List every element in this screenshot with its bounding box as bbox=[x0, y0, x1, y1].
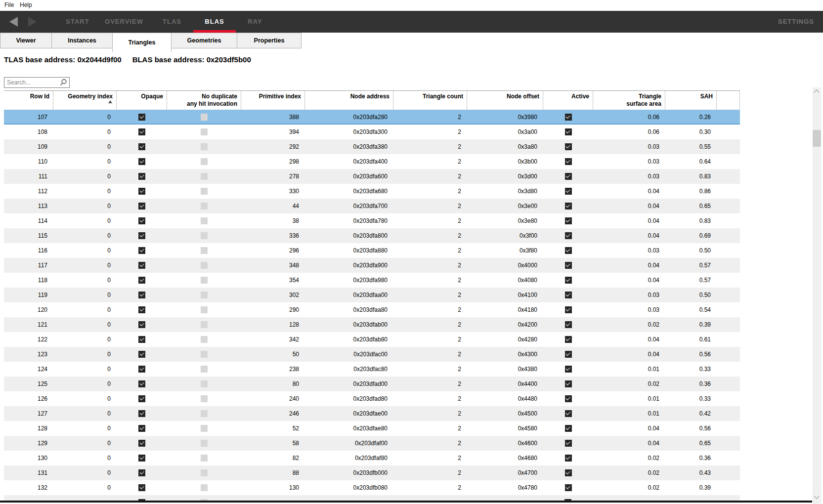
active-checkbox[interactable] bbox=[565, 455, 572, 462]
active-checkbox[interactable] bbox=[565, 128, 572, 135]
table-row[interactable]: 12101280x203dfab0020x42000.020.39 bbox=[4, 317, 740, 332]
tab-geometries[interactable]: Geometries bbox=[171, 33, 237, 48]
tab-instances[interactable]: Instances bbox=[51, 33, 113, 48]
table-row[interactable]: 12702460x203dfae0020x45000.010.42 bbox=[4, 406, 740, 421]
tab-triangles[interactable]: Triangles bbox=[112, 33, 172, 52]
column-header-geometry_index[interactable]: Geometry index bbox=[53, 91, 117, 110]
opaque-checkbox[interactable] bbox=[138, 366, 145, 373]
active-checkbox[interactable] bbox=[565, 351, 572, 358]
no-duplicate-any-hit-invocation-checkbox[interactable] bbox=[201, 321, 208, 328]
table-row[interactable]: 11903020x203dfaa0020x41000.030.50 bbox=[4, 288, 740, 302]
nav-item-ray[interactable]: RAY bbox=[248, 18, 262, 25]
active-checkbox[interactable] bbox=[565, 395, 572, 402]
table-row[interactable]: 10803940x203dfa30020x3a000.060.30 bbox=[4, 125, 740, 139]
no-duplicate-any-hit-invocation-checkbox[interactable] bbox=[201, 203, 208, 210]
no-duplicate-any-hit-invocation-checkbox[interactable] bbox=[201, 217, 208, 224]
opaque-checkbox[interactable] bbox=[138, 321, 145, 328]
nav-item-settings[interactable]: SETTINGS bbox=[778, 18, 814, 25]
scrollbar-thumb[interactable] bbox=[813, 130, 821, 147]
opaque-checkbox[interactable] bbox=[138, 410, 145, 417]
table-row[interactable]: 1300820x203dfaf8020x46800.020.36 bbox=[4, 451, 740, 465]
opaque-checkbox[interactable] bbox=[138, 351, 145, 358]
opaque-checkbox[interactable] bbox=[138, 143, 145, 150]
column-header-row_id[interactable]: Row Id bbox=[4, 91, 53, 110]
table-row[interactable]: 11602960x203dfa88020x3f800.030.50 bbox=[4, 243, 740, 258]
active-checkbox[interactable] bbox=[565, 484, 572, 491]
column-header-no_duplicate_any_hit_invocation[interactable]: No duplicate any hit invocation bbox=[167, 91, 241, 110]
opaque-checkbox[interactable] bbox=[138, 173, 145, 180]
table-row[interactable]: 11503360x203dfa80020x3f000.040.69 bbox=[4, 228, 740, 243]
table-row[interactable]: 1230500x203dfac0020x43000.040.56 bbox=[4, 347, 740, 362]
no-duplicate-any-hit-invocation-checkbox[interactable] bbox=[201, 158, 208, 165]
opaque-checkbox[interactable] bbox=[138, 188, 145, 195]
no-duplicate-any-hit-invocation-checkbox[interactable] bbox=[201, 292, 208, 298]
no-duplicate-any-hit-invocation-checkbox[interactable] bbox=[201, 247, 208, 254]
no-duplicate-any-hit-invocation-checkbox[interactable] bbox=[201, 277, 208, 284]
active-checkbox[interactable] bbox=[565, 262, 572, 269]
opaque-checkbox[interactable] bbox=[138, 336, 145, 343]
column-header-node_address[interactable]: Node address bbox=[305, 91, 393, 110]
table-row[interactable]: 11002980x203dfa40020x3b000.030.64 bbox=[4, 154, 740, 169]
active-checkbox[interactable] bbox=[565, 366, 572, 373]
opaque-checkbox[interactable] bbox=[138, 292, 145, 298]
opaque-checkbox[interactable] bbox=[138, 128, 145, 135]
no-duplicate-any-hit-invocation-checkbox[interactable] bbox=[201, 143, 208, 150]
table-row[interactable]: 1280520x203dfae8020x45800.040.56 bbox=[4, 421, 740, 436]
opaque-checkbox[interactable] bbox=[138, 380, 145, 387]
column-header-opaque[interactable]: Opaque bbox=[117, 91, 167, 110]
table-row[interactable]: 12602400x203dfad8020x44800.010.33 bbox=[4, 391, 740, 406]
active-checkbox[interactable] bbox=[565, 410, 572, 417]
table-row[interactable]: 11203300x203dfa68020x3d800.040.86 bbox=[4, 184, 740, 199]
table-row[interactable]: 13201300x203dfb08020x47800.020.39 bbox=[4, 480, 740, 495]
no-duplicate-any-hit-invocation-checkbox[interactable] bbox=[201, 410, 208, 417]
opaque-checkbox[interactable] bbox=[138, 232, 145, 239]
opaque-checkbox[interactable] bbox=[138, 425, 145, 432]
tab-viewer[interactable]: Viewer bbox=[0, 33, 52, 48]
no-duplicate-any-hit-invocation-checkbox[interactable] bbox=[201, 455, 208, 462]
table-row[interactable]: 11803540x203dfa98020x40800.040.57 bbox=[4, 273, 740, 288]
column-header-triangle_count[interactable]: Triangle count bbox=[393, 91, 467, 110]
scrollbar-up-button[interactable] bbox=[813, 88, 821, 97]
opaque-checkbox[interactable] bbox=[138, 262, 145, 269]
table-row[interactable]: 1140380x203dfa78020x3e800.040.83 bbox=[4, 213, 740, 228]
no-duplicate-any-hit-invocation-checkbox[interactable] bbox=[201, 306, 208, 313]
table-row[interactable]: 12002900x203dfaa8020x41800.030.54 bbox=[4, 302, 740, 317]
active-checkbox[interactable] bbox=[565, 188, 572, 195]
active-checkbox[interactable] bbox=[565, 277, 572, 284]
no-duplicate-any-hit-invocation-checkbox[interactable] bbox=[201, 336, 208, 343]
opaque-checkbox[interactable] bbox=[138, 455, 145, 462]
table-row[interactable]: 11703480x203dfa90020x40000.040.57 bbox=[4, 258, 740, 273]
tab-properties[interactable]: Properties bbox=[237, 33, 302, 48]
opaque-checkbox[interactable] bbox=[138, 306, 145, 313]
scrollbar-down-button[interactable] bbox=[813, 494, 821, 502]
vertical-scrollbar[interactable] bbox=[813, 87, 821, 504]
table-row[interactable]: 10703880x203dfa28020x39800.060.26 bbox=[4, 110, 740, 125]
active-checkbox[interactable] bbox=[565, 321, 572, 328]
column-header-triangle_surface_area[interactable]: Triangle surface area bbox=[593, 91, 665, 110]
opaque-checkbox[interactable] bbox=[138, 277, 145, 284]
active-checkbox[interactable] bbox=[565, 306, 572, 313]
no-duplicate-any-hit-invocation-checkbox[interactable] bbox=[201, 395, 208, 402]
nav-item-overview[interactable]: OVERVIEW bbox=[105, 18, 143, 25]
no-duplicate-any-hit-invocation-checkbox[interactable] bbox=[201, 425, 208, 432]
table-row[interactable]: 1310880x203dfb00020x47000.020.43 bbox=[4, 465, 740, 480]
no-duplicate-any-hit-invocation-checkbox[interactable] bbox=[201, 351, 208, 358]
active-checkbox[interactable] bbox=[565, 232, 572, 239]
column-header-primitive_index[interactable]: Primitive index bbox=[241, 91, 305, 110]
active-checkbox[interactable] bbox=[565, 217, 572, 224]
active-checkbox[interactable] bbox=[565, 158, 572, 165]
no-duplicate-any-hit-invocation-checkbox[interactable] bbox=[201, 128, 208, 135]
opaque-checkbox[interactable] bbox=[138, 114, 145, 121]
menu-file[interactable]: File bbox=[4, 1, 14, 8]
table-row[interactable]: 10902920x203dfa38020x3a800.030.55 bbox=[4, 139, 740, 154]
forward-arrow-icon[interactable] bbox=[28, 17, 37, 27]
opaque-checkbox[interactable] bbox=[138, 440, 145, 447]
opaque-checkbox[interactable] bbox=[138, 247, 145, 254]
opaque-checkbox[interactable] bbox=[138, 395, 145, 402]
no-duplicate-any-hit-invocation-checkbox[interactable] bbox=[201, 469, 208, 476]
active-checkbox[interactable] bbox=[565, 247, 572, 254]
back-arrow-icon[interactable] bbox=[9, 17, 18, 27]
no-duplicate-any-hit-invocation-checkbox[interactable] bbox=[201, 440, 208, 447]
no-duplicate-any-hit-invocation-checkbox[interactable] bbox=[201, 366, 208, 373]
active-checkbox[interactable] bbox=[565, 380, 572, 387]
